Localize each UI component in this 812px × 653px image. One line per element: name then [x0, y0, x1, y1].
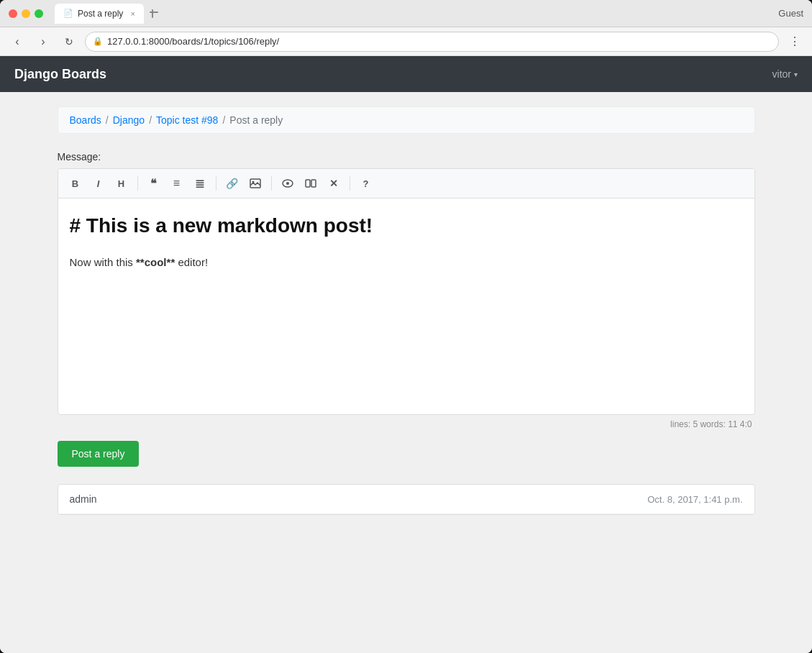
toolbar-guide-button[interactable]: ? [356, 173, 376, 193]
toolbar-preview-button[interactable] [278, 173, 298, 193]
toolbar-unordered-list-button[interactable]: ≡ [167, 173, 187, 193]
traffic-lights [9, 9, 43, 18]
toolbar-separator-3 [271, 176, 272, 191]
toolbar-bold-button[interactable]: B [65, 173, 86, 193]
toolbar-side-by-side-button[interactable] [301, 173, 321, 193]
main-container: Boards / Django / Topic test #98 / Post … [47, 92, 766, 529]
svg-rect-1 [150, 12, 158, 13]
post-card-header: admin Oct. 8, 2017, 1:41 p.m. [58, 485, 754, 514]
breadcrumb-boards-link[interactable]: Boards [70, 114, 101, 126]
navbar: Django Boards vitor ▾ [0, 56, 812, 92]
back-button[interactable]: ‹ [7, 32, 27, 52]
refresh-button[interactable]: ↻ [59, 32, 79, 52]
post-author: admin [70, 493, 97, 505]
editor-content-area[interactable]: # This is a new markdown post! Now with … [58, 198, 754, 414]
post-card: admin Oct. 8, 2017, 1:41 p.m. [58, 484, 755, 515]
breadcrumb-sep-2: / [149, 114, 152, 126]
tab-bar: 📄 Post a reply × [55, 4, 772, 24]
toolbar-separator-1 [137, 176, 138, 191]
svg-rect-0 [152, 9, 153, 18]
toolbar-link-button[interactable]: 🔗 [222, 173, 242, 193]
toolbar-italic-button[interactable]: I [88, 173, 109, 193]
toolbar-heading-button[interactable]: H [111, 173, 132, 193]
breadcrumb-topic-link[interactable]: Topic test #98 [156, 114, 218, 126]
svg-rect-7 [311, 180, 316, 187]
editor-heading-line: # This is a new markdown post! [70, 210, 743, 242]
tab-close-icon[interactable]: × [130, 9, 134, 18]
navbar-user-menu[interactable]: vitor ▾ [772, 68, 798, 80]
new-tab-button[interactable] [144, 4, 164, 24]
editor-stats: lines: 5 words: 11 4:0 [58, 419, 755, 429]
browser-user-label: Guest [778, 8, 803, 19]
toolbar-fullscreen-button[interactable]: ✕ [324, 173, 344, 193]
markdown-editor[interactable]: B I H ❝ ≡ ≣ 🔗 [58, 168, 755, 415]
toolbar-image-button[interactable] [245, 173, 265, 193]
tab-title: Post a reply [78, 9, 123, 19]
app-content: Django Boards vitor ▾ Boards / Django / … [0, 56, 812, 653]
message-label: Message: [58, 151, 755, 163]
minimize-button[interactable] [22, 9, 30, 18]
browser-titlebar: 📄 Post a reply × Guest [0, 0, 812, 27]
svg-point-5 [286, 182, 289, 185]
close-button[interactable] [9, 9, 17, 18]
breadcrumb-sep-1: / [106, 114, 109, 126]
post-reply-button[interactable]: Post a reply [58, 441, 140, 467]
editor-toolbar: B I H ❝ ≡ ≣ 🔗 [58, 169, 754, 198]
lock-icon: 🔒 [93, 37, 103, 46]
address-bar[interactable]: 🔒 127.0.0.1:8000/boards/1/topics/106/rep… [85, 32, 779, 52]
browser-menu-button[interactable]: ⋮ [785, 32, 805, 52]
forward-button[interactable]: › [33, 32, 53, 52]
svg-rect-6 [306, 180, 310, 187]
breadcrumb: Boards / Django / Topic test #98 / Post … [58, 106, 755, 134]
navbar-caret-icon: ▾ [794, 70, 798, 78]
reply-form: Message: B I H ❝ ≡ ≣ 🔗 [58, 151, 755, 467]
tab-page-icon: 📄 [63, 9, 73, 18]
url-text: 127.0.0.1:8000/boards/1/topics/106/reply… [107, 36, 279, 47]
editor-bold-text: **cool** [136, 256, 175, 268]
post-date: Oct. 8, 2017, 1:41 p.m. [647, 494, 742, 505]
editor-body-line: Now with this **cool** editor! [70, 254, 743, 271]
toolbar-ordered-list-button[interactable]: ≣ [190, 173, 210, 193]
maximize-button[interactable] [35, 9, 43, 18]
toolbar-quote-button[interactable]: ❝ [144, 173, 164, 193]
active-tab[interactable]: 📄 Post a reply × [55, 4, 144, 24]
navbar-brand[interactable]: Django Boards [14, 67, 106, 82]
navbar-username: vitor [772, 68, 791, 80]
breadcrumb-django-link[interactable]: Django [113, 114, 145, 126]
browser-toolbar: ‹ › ↻ 🔒 127.0.0.1:8000/boards/1/topics/1… [0, 27, 812, 56]
toolbar-separator-2 [216, 176, 216, 191]
breadcrumb-current: Post a reply [229, 114, 283, 126]
toolbar-separator-4 [350, 176, 350, 191]
breadcrumb-sep-3: / [222, 114, 225, 126]
